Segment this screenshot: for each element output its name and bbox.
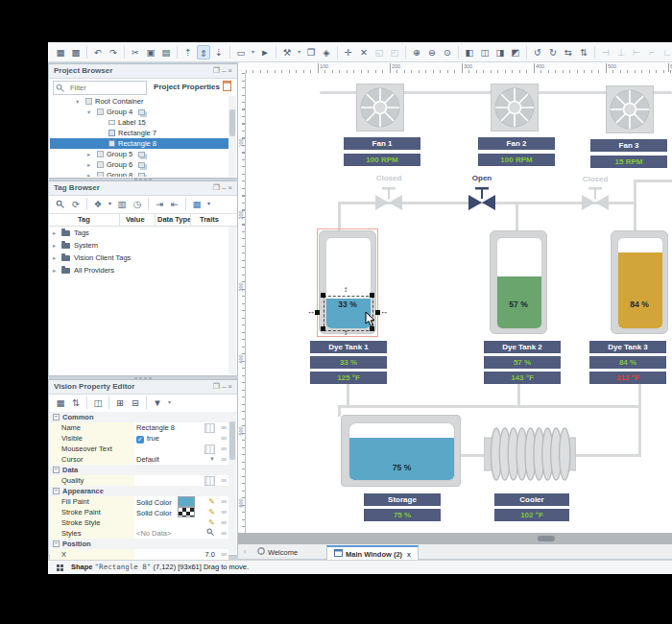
checkbox-checked-icon[interactable]: ✓	[136, 436, 144, 444]
intersect-icon[interactable]: ◫	[478, 45, 492, 60]
valve2-open-graphic[interactable]	[468, 186, 496, 211]
tank2-name-label[interactable]: Dye Tank 2	[484, 341, 561, 353]
column-header-tag[interactable]: Tag	[78, 213, 90, 226]
tag-folder-system[interactable]: ▸System	[49, 239, 228, 252]
column-header-value[interactable]: Value	[126, 213, 145, 226]
import-tags-icon[interactable]: ⇥	[153, 197, 166, 211]
align-right-icon[interactable]: ⊢	[630, 45, 643, 60]
resize-handle-sw[interactable]	[321, 326, 325, 331]
nudge-up-icon[interactable]: ⇡	[181, 45, 195, 60]
tag-folder-all-providers[interactable]: ▸All Providers	[49, 264, 228, 276]
close-icon[interactable]: ×	[228, 66, 234, 75]
chevron-down-icon[interactable]: ▾	[107, 197, 113, 211]
fan1-graphic[interactable]	[356, 84, 404, 132]
tree-item-group5[interactable]: ▸ Group 5	[50, 149, 228, 159]
cooler-temp-value[interactable]: 102 °F	[494, 509, 569, 521]
valve3-closed-graphic[interactable]	[581, 186, 610, 211]
tank1-level-value[interactable]: 33 %	[310, 356, 387, 369]
chevron-right-icon[interactable]: ▸	[87, 149, 90, 159]
storage-level-value[interactable]: 75 %	[364, 509, 441, 521]
tree-item-rectangle8-selected[interactable]: Rectangle 8	[50, 138, 228, 149]
save-icon[interactable]: ▦	[54, 45, 67, 60]
align-left-icon[interactable]: ⊣	[599, 45, 612, 60]
gateway-shield-icon[interactable]: ◈	[320, 45, 333, 60]
resize-handle-w-icon[interactable]: ↔	[307, 308, 315, 316]
storage-tank-graphic[interactable]: 75 %	[341, 415, 461, 487]
pipe-drop-tank2[interactable]	[516, 202, 518, 231]
categorize-icon[interactable]: ▦	[54, 396, 67, 410]
expand-all-icon[interactable]: ⊞	[113, 396, 127, 410]
tab-scroll-left-icon[interactable]: ‹	[240, 546, 250, 558]
columns-icon[interactable]: ▦	[190, 197, 204, 211]
chevron-right-icon[interactable]: ▸	[53, 239, 56, 252]
property-editor-header[interactable]: Vision Property Editor ❐–×	[49, 380, 237, 395]
tree-item-group8[interactable]: ▸ Group 8	[50, 170, 228, 177]
chevron-right-icon[interactable]: ▸	[53, 264, 56, 276]
preview-play-icon[interactable]: ►	[258, 45, 272, 60]
redo-icon[interactable]: ↷	[107, 45, 120, 60]
magnifier-icon[interactable]	[206, 528, 215, 539]
chevron-down-icon[interactable]: ▾	[87, 107, 90, 117]
binding-chain-icon[interactable]: ∞	[221, 475, 227, 486]
paste-icon[interactable]: ▤	[159, 45, 173, 60]
binding-chain-icon[interactable]: ∞	[221, 454, 227, 465]
fan3-rpm-value[interactable]: 15 RPM	[590, 156, 667, 168]
subtract-icon[interactable]: ◨	[493, 45, 507, 60]
pipe-down-right[interactable]	[638, 405, 641, 456]
column-header-traits[interactable]: Traits	[200, 213, 219, 226]
resize-handle-n-icon[interactable]: ↕	[344, 286, 348, 294]
rotate-cw-icon[interactable]: ↻	[546, 45, 560, 60]
column-header-datatype[interactable]: Data Type	[157, 213, 191, 226]
sort-alpha-icon[interactable]: ⇅	[69, 396, 83, 410]
fit-window-icon[interactable]: ✛	[342, 45, 355, 60]
tag-browser-scrollbar[interactable]	[228, 227, 236, 374]
edit-table-icon[interactable]	[204, 444, 215, 454]
fan3-name-label[interactable]: Fan 3	[590, 139, 667, 152]
collapse-icon[interactable]: −	[53, 414, 60, 420]
tab-welcome[interactable]: Welcome	[252, 545, 303, 560]
shape-dropdown-icon[interactable]: ▾	[250, 45, 256, 60]
cooler-name-label[interactable]: Cooler	[494, 493, 569, 506]
design-surface[interactable]: Fan 1 100 RPM Fan 2 100 RPM Fan 3 15 RPM…	[246, 73, 672, 533]
binding-chain-icon[interactable]: ∞	[221, 422, 227, 433]
edit-table-icon[interactable]	[204, 476, 215, 486]
resize-handle-ne[interactable]	[370, 293, 374, 298]
collapse-icon[interactable]: −	[53, 467, 60, 473]
tools-wrench-icon[interactable]: ⚒	[280, 45, 294, 60]
binding-chain-icon[interactable]: ∞	[221, 496, 227, 507]
project-properties-button[interactable]: Project Properties	[154, 81, 231, 93]
pipe-below-tank2[interactable]	[517, 384, 520, 407]
resize-handle-e-icon[interactable]: ↔	[380, 308, 388, 316]
pencil-edit-icon[interactable]: ✎	[208, 496, 215, 507]
device-icon[interactable]: ▥	[115, 197, 129, 211]
collapse-icon[interactable]: −	[53, 488, 60, 494]
flip-v-icon[interactable]: ⇅	[577, 45, 590, 60]
close-icon[interactable]: ×	[228, 382, 234, 391]
fan1-rpm-value[interactable]: 100 RPM	[344, 154, 420, 166]
edit-table-icon[interactable]	[204, 423, 215, 433]
fit-height-icon[interactable]: ◰	[388, 45, 401, 60]
align-bottom-icon[interactable]: ∟	[660, 45, 672, 60]
new-tag-icon[interactable]: ❖	[91, 197, 105, 211]
fit-width-icon[interactable]: ◱	[372, 45, 386, 60]
filter-input[interactable]	[68, 82, 145, 94]
tab-main-window[interactable]: Main Window (2)x	[326, 545, 419, 560]
tank1-name-label[interactable]: Dye Tank 1	[310, 341, 387, 353]
zoom-in-icon[interactable]: ⊕	[410, 45, 423, 60]
actual-size-icon[interactable]: ✕	[357, 45, 371, 60]
tag-folder-vision-client-tags[interactable]: ▸Vision Client Tags	[49, 252, 228, 264]
bindings-icon[interactable]: ◫	[91, 396, 105, 410]
nudge-toggle-icon[interactable]: ⇕	[197, 45, 210, 60]
fan2-rpm-value[interactable]: 100 RPM	[478, 154, 555, 166]
pipe-into-storage[interactable]	[338, 405, 341, 417]
tree-item-label15[interactable]: Label 15	[50, 117, 228, 128]
align-top-icon[interactable]: ⌐	[645, 45, 659, 60]
valve1-closed-graphic[interactable]	[374, 186, 403, 211]
open-windows-icon[interactable]: ❐	[304, 45, 318, 60]
xor-icon[interactable]: ◩	[509, 45, 522, 60]
pipe-drop-tank3[interactable]	[634, 180, 636, 231]
pipe-collector[interactable]	[338, 405, 641, 408]
chevron-down-icon[interactable]: ▾	[205, 197, 212, 211]
flip-h-icon[interactable]: ⇆	[562, 45, 575, 60]
tank2-temp-value[interactable]: 143 °F	[484, 372, 561, 384]
